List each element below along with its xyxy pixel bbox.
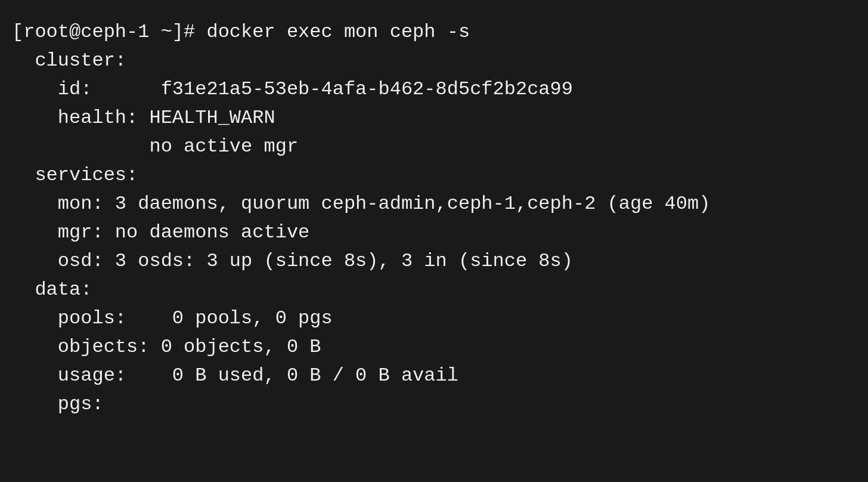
terminal-line-cluster-header: cluster: bbox=[12, 47, 856, 75]
terminal-line-data-pgs: pgs: bbox=[12, 390, 856, 419]
terminal-line-data-objects: objects: 0 objects, 0 B bbox=[12, 333, 856, 362]
terminal-line-data-usage: usage: 0 B used, 0 B / 0 B avail bbox=[12, 362, 856, 390]
terminal-line-services-mon: mon: 3 daemons, quorum ceph-admin,ceph-1… bbox=[12, 190, 856, 218]
terminal-line-services-mgr: mgr: no daemons active bbox=[12, 218, 856, 247]
terminal-line-cmd: [root@ceph-1 ~]# docker exec mon ceph -s bbox=[12, 18, 856, 47]
terminal-line-data-header: data: bbox=[12, 276, 856, 304]
terminal-line-services-osd: osd: 3 osds: 3 up (since 8s), 3 in (sinc… bbox=[12, 247, 856, 276]
terminal-line-cluster-id: id: f31e21a5-53eb-4afa-b462-8d5cf2b2ca99 bbox=[12, 75, 856, 104]
terminal-line-data-pools: pools: 0 pools, 0 pgs bbox=[12, 304, 856, 333]
terminal-line-cluster-health: health: HEALTH_WARN bbox=[12, 104, 856, 132]
terminal-window: [root@ceph-1 ~]# docker exec mon ceph -s… bbox=[0, 0, 868, 482]
terminal-line-services-header: services: bbox=[12, 161, 856, 190]
terminal-line-cluster-warn: no active mgr bbox=[12, 132, 856, 161]
